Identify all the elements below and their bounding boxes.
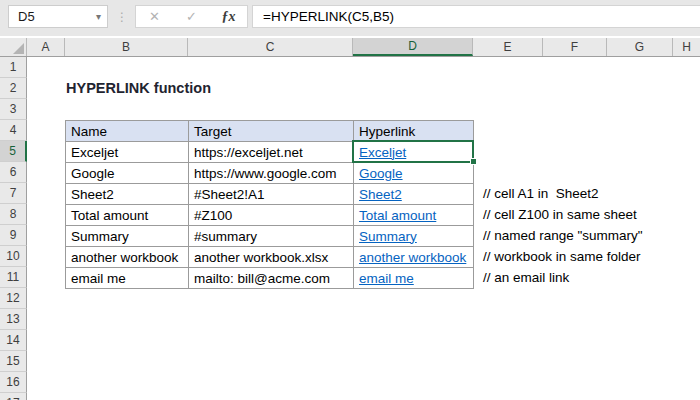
cell-B9[interactable]: Summary	[66, 226, 189, 247]
comment-sheet2: // cell A1 in Sheet2	[483, 183, 599, 204]
excel-window: D5 ▾ ⋮ ✕ ✓ ƒx =HYPERLINK(C5,B5) A B C D …	[0, 0, 700, 400]
row-header-7[interactable]: 7	[0, 183, 27, 204]
drag-handle-icon: ⋮	[115, 4, 129, 30]
sheet-body: 1 2 3 4 5 6 7 8 9 10 11 12 13 14 15 16 1…	[0, 57, 700, 400]
cell-D8[interactable]: Total amount	[354, 205, 474, 226]
row-header-2[interactable]: 2	[0, 78, 27, 99]
cell-B5[interactable]: Exceljet	[66, 142, 189, 163]
comment-another-workbook: // workbook in same folder	[483, 246, 641, 267]
select-all-triangle-icon	[13, 43, 24, 54]
cell-C8[interactable]: #Z100	[189, 205, 354, 226]
cell-C11[interactable]: mailto: bill@acme.com	[189, 268, 354, 289]
formula-input[interactable]: =HYPERLINK(C5,B5)	[252, 5, 700, 28]
fill-handle[interactable]	[470, 158, 477, 165]
chevron-down-icon[interactable]: ▾	[96, 11, 101, 22]
row-header-15[interactable]: 15	[0, 351, 27, 372]
formula-bar: D5 ▾ ⋮ ✕ ✓ ƒx =HYPERLINK(C5,B5)	[0, 0, 700, 36]
table-row: Exceljet https://exceljet.net Exceljet	[66, 142, 474, 163]
cell-C6[interactable]: https://www.google.com	[189, 163, 354, 184]
table-header-row: Name Target Hyperlink	[66, 121, 474, 142]
cell-C9[interactable]: #summary	[189, 226, 354, 247]
hyperlink-google[interactable]: Google	[359, 166, 403, 181]
cell-C5[interactable]: https://exceljet.net	[189, 142, 354, 163]
cell-D9[interactable]: Summary	[354, 226, 474, 247]
table-row: Sheet2 #Sheet2!A1 Sheet2	[66, 184, 474, 205]
row-header-10[interactable]: 10	[0, 246, 27, 267]
page-title: HYPERLINK function	[66, 78, 211, 99]
comment-total-amount: // cell Z100 in same sheet	[483, 204, 637, 225]
enter-icon[interactable]: ✓	[177, 9, 207, 24]
cell-D10[interactable]: another workbook	[354, 247, 474, 268]
cancel-icon[interactable]: ✕	[140, 9, 170, 24]
cell-C7[interactable]: #Sheet2!A1	[189, 184, 354, 205]
cell-B7[interactable]: Sheet2	[66, 184, 189, 205]
table-row: another workbook another workbook.xlsx a…	[66, 247, 474, 268]
name-box[interactable]: D5 ▾	[8, 5, 108, 28]
cell-C10[interactable]: another workbook.xlsx	[189, 247, 354, 268]
row-headers: 1 2 3 4 5 6 7 8 9 10 11 12 13 14 15 16 1…	[0, 57, 27, 400]
cell-D4[interactable]: Hyperlink	[354, 121, 474, 142]
row-header-12[interactable]: 12	[0, 288, 27, 309]
cell-B6[interactable]: Google	[66, 163, 189, 184]
row-header-5[interactable]: 5	[0, 141, 27, 162]
column-header-g[interactable]: G	[607, 38, 673, 56]
hyperlink-summary[interactable]: Summary	[359, 229, 417, 244]
cell-B4[interactable]: Name	[66, 121, 189, 142]
select-all-button[interactable]	[0, 38, 27, 56]
row-header-3[interactable]: 3	[0, 99, 27, 120]
row-header-4[interactable]: 4	[0, 120, 27, 141]
row-header-1[interactable]: 1	[0, 57, 27, 78]
hyperlink-total-amount[interactable]: Total amount	[359, 208, 436, 223]
table-row: Summary #summary Summary	[66, 226, 474, 247]
cell-B8[interactable]: Total amount	[66, 205, 189, 226]
sheet-grid[interactable]: HYPERLINK function Name Target Hyperlink…	[27, 57, 700, 400]
cell-B10[interactable]: another workbook	[66, 247, 189, 268]
column-header-a[interactable]: A	[27, 38, 65, 56]
row-header-8[interactable]: 8	[0, 204, 27, 225]
comment-email-me: // an email link	[483, 267, 569, 288]
hyperlink-table: Name Target Hyperlink Exceljet https://e…	[65, 120, 474, 289]
hyperlink-exceljet[interactable]: Exceljet	[359, 145, 406, 160]
formula-buttons: ✕ ✓ ƒx	[135, 5, 248, 28]
row-header-11[interactable]: 11	[0, 267, 27, 288]
cell-D11[interactable]: email me	[354, 268, 474, 289]
hyperlink-another-workbook[interactable]: another workbook	[359, 250, 466, 265]
row-header-14[interactable]: 14	[0, 330, 27, 351]
cell-D6[interactable]: Google	[354, 163, 474, 184]
column-header-d[interactable]: D	[353, 38, 473, 56]
row-header-17[interactable]: 17	[0, 393, 27, 400]
row-header-13[interactable]: 13	[0, 309, 27, 330]
hyperlink-email-me[interactable]: email me	[359, 271, 414, 286]
cell-C4[interactable]: Target	[189, 121, 354, 142]
column-header-h[interactable]: H	[673, 38, 700, 56]
table-row: email me mailto: bill@acme.com email me	[66, 268, 474, 289]
column-header-e[interactable]: E	[473, 38, 543, 56]
row-header-9[interactable]: 9	[0, 225, 27, 246]
cell-B11[interactable]: email me	[66, 268, 189, 289]
table-row: Google https://www.google.com Google	[66, 163, 474, 184]
table-row: Total amount #Z100 Total amount	[66, 205, 474, 226]
row-header-16[interactable]: 16	[0, 372, 27, 393]
cell-reference: D5	[18, 9, 96, 24]
column-headers: A B C D E F G H	[0, 38, 700, 57]
comment-summary: // named range "summary"	[483, 225, 643, 246]
hyperlink-sheet2[interactable]: Sheet2	[359, 187, 402, 202]
column-header-c[interactable]: C	[188, 38, 353, 56]
cell-D7[interactable]: Sheet2	[354, 184, 474, 205]
row-header-6[interactable]: 6	[0, 162, 27, 183]
column-header-b[interactable]: B	[65, 38, 188, 56]
insert-function-icon[interactable]: ƒx	[214, 9, 244, 25]
cell-D5[interactable]: Exceljet	[354, 142, 474, 163]
column-header-f[interactable]: F	[543, 38, 607, 56]
